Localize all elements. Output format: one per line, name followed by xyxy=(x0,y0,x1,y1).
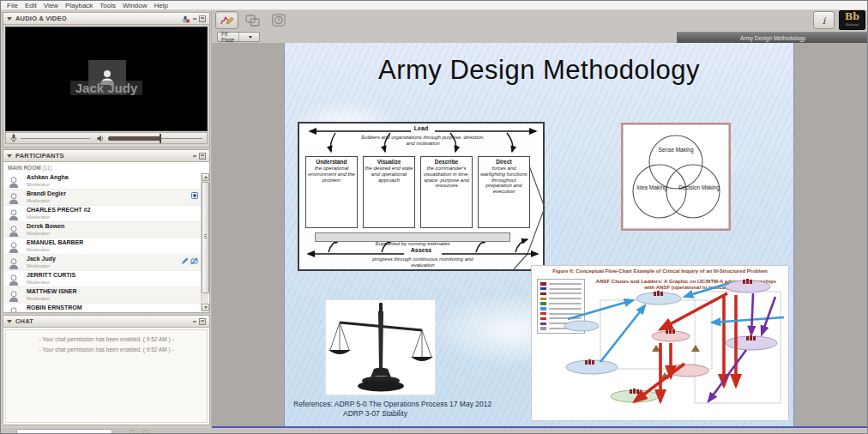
lead-label: Lead xyxy=(412,125,431,131)
participants-header[interactable]: PARTICIPANTS xyxy=(3,150,209,162)
venn-diagram: Sense Making Idea Making Decision Making xyxy=(621,123,731,231)
talking-indicator-icon xyxy=(191,192,198,199)
whiteboard-canvas[interactable]: Army Design Methodology xyxy=(284,43,794,426)
whiteboard-pencil-icon[interactable] xyxy=(181,257,189,265)
bottom-text-box[interactable] xyxy=(16,429,112,434)
detach-panel-icon[interactable] xyxy=(199,153,206,160)
video-name-overlay: Jack Judy xyxy=(6,81,207,96)
mic-volume-slider[interactable] xyxy=(21,138,90,139)
scroll-up-button[interactable] xyxy=(202,173,209,181)
participant-row[interactable]: Ashkan Angha Moderator xyxy=(3,173,201,190)
reference-line: References: ADRP 5-0 The Operations Proc… xyxy=(293,400,491,409)
assess-label: Assess xyxy=(408,247,435,253)
menu-view[interactable]: View xyxy=(40,2,62,9)
whiteboard-region: Army Design Methodology xyxy=(212,43,868,428)
menu-tools[interactable]: Tools xyxy=(96,2,119,9)
lead-subtext: Soldiers and organizations through purpo… xyxy=(361,135,485,146)
participant-role: Moderator xyxy=(27,247,50,252)
av-permission-icon[interactable] xyxy=(190,257,198,265)
mic-status-icon xyxy=(181,11,190,27)
menu-bar: File Edit View Playback Tools Window Hel… xyxy=(1,1,868,10)
participant-row[interactable]: Derek Bowen Moderator xyxy=(3,222,201,238)
participant-avatar-icon xyxy=(9,306,19,312)
assess-subtext: progress through continuous monitoring a… xyxy=(361,256,485,268)
speaker-icon xyxy=(97,135,105,142)
audio-video-header[interactable]: AUDIO & VIDEO xyxy=(3,13,209,25)
participant-row[interactable]: Jack Judy Moderator xyxy=(3,255,201,271)
visualize-box: Visualizethe desired end state and opera… xyxy=(363,156,415,228)
menu-file[interactable]: File xyxy=(3,2,21,9)
detach-panel-icon[interactable] xyxy=(199,15,206,22)
participant-role: Moderator xyxy=(27,198,50,203)
audio-controls xyxy=(5,132,208,144)
participant-row[interactable]: JERRITT CURTIS Moderator xyxy=(3,271,201,287)
web-tour-mode-button[interactable] xyxy=(267,11,290,29)
participants-list: Ashkan Angha Moderator Brandi Degier Mod… xyxy=(3,173,201,312)
references-text: References: ADRP 5-0 The Operations Proc… xyxy=(293,400,491,419)
zoom-level-dropdown[interactable]: Fit Page xyxy=(217,32,260,42)
menu-help[interactable]: Help xyxy=(151,2,172,9)
direct-box: Directforces and warfighting functions t… xyxy=(478,156,530,228)
audio-video-panel: AUDIO & VIDEO Jack Judy xyxy=(3,12,210,148)
balance-scale-icon xyxy=(326,300,435,395)
participant-role: Moderator xyxy=(27,263,50,268)
page-title-tab[interactable]: Army Design Methodology xyxy=(677,32,868,43)
participant-row[interactable]: MATTHEW ISNER Moderator xyxy=(3,287,201,304)
zoom-level-value: Fit Page xyxy=(218,31,238,43)
participant-row[interactable]: Brandi Degier Moderator xyxy=(3,190,201,206)
participant-role: Moderator xyxy=(27,214,50,220)
app-sharing-icon xyxy=(245,15,260,27)
participant-row[interactable]: EMANUEL BARBER Moderator xyxy=(3,238,201,255)
minimize-icon[interactable] xyxy=(193,155,196,157)
app-sharing-mode-button[interactable] xyxy=(241,11,264,29)
operations-process-diagram: Lead Soldiers and organizations through … xyxy=(298,122,545,271)
participant-name: Ashkan Angha xyxy=(27,174,69,180)
understand-box: Understandthe operational environment an… xyxy=(305,156,358,228)
participant-role: Moderator xyxy=(27,182,50,187)
bottom-tool-strip xyxy=(1,428,868,434)
bottom-tool-icon[interactable] xyxy=(130,430,135,434)
participant-name: MATTHEW ISNER xyxy=(27,288,77,294)
chat-panel: CHAT - Your chat permission has been ena… xyxy=(3,315,210,425)
venn-circles xyxy=(623,124,729,229)
volume-level-fill xyxy=(108,136,161,141)
balance-scale-image xyxy=(325,299,436,395)
participant-row[interactable]: CHARLES PRECHT #2 Moderator xyxy=(3,206,201,222)
participants-scrollbar[interactable] xyxy=(201,173,208,311)
participant-role: Moderator xyxy=(27,231,50,236)
info-button[interactable]: i xyxy=(813,11,835,29)
participant-name: CHARLES PRECHT #2 xyxy=(27,207,90,213)
slide-title: Army Design Methodology xyxy=(285,55,793,86)
venn-decision-making: Decision Making xyxy=(675,184,723,190)
microphone-icon xyxy=(10,134,17,142)
left-sidebar: AUDIO & VIDEO Jack Judy xyxy=(1,10,212,433)
menu-playback[interactable]: Playback xyxy=(62,2,96,9)
minimize-icon[interactable] xyxy=(193,18,196,20)
menu-window[interactable]: Window xyxy=(119,2,150,9)
panel-title: CHAT xyxy=(15,317,33,325)
bottom-tool-icon[interactable] xyxy=(143,430,148,434)
blackboard-logo-button[interactable]: Bb Blackboard xyxy=(839,10,865,30)
minimize-icon[interactable] xyxy=(193,321,196,322)
venn-idea-making: Idea Making xyxy=(630,184,673,190)
speaker-volume-slider[interactable] xyxy=(108,138,202,139)
participant-role: Moderator xyxy=(27,296,50,301)
chat-header[interactable]: CHAT xyxy=(3,316,209,328)
page-title: Army Design Methodology xyxy=(740,35,805,41)
scroll-down-button[interactable] xyxy=(202,304,209,311)
detach-panel-icon[interactable] xyxy=(199,318,206,325)
menu-edit[interactable]: Edit xyxy=(21,2,40,9)
figure6-network-graphic xyxy=(532,266,788,420)
room-count: (11) xyxy=(42,165,51,171)
support-bar: Supported by running estimates xyxy=(315,232,510,242)
scrollbar-thumb[interactable] xyxy=(202,182,209,293)
volume-slider-handle[interactable] xyxy=(160,134,161,143)
venn-sense-making: Sense Making xyxy=(651,147,701,153)
participant-row[interactable]: ROBIN ERNSTROM Moderator xyxy=(3,304,201,312)
chat-message-area: - Your chat permission has been enabled.… xyxy=(5,329,208,423)
collapse-arrow-icon xyxy=(7,320,12,323)
whiteboard-mode-button[interactable] xyxy=(215,11,238,29)
participant-role: Moderator xyxy=(27,280,50,285)
describe-box: Describethe commander's visualization in… xyxy=(420,156,473,228)
chevron-down-icon[interactable] xyxy=(238,33,260,41)
